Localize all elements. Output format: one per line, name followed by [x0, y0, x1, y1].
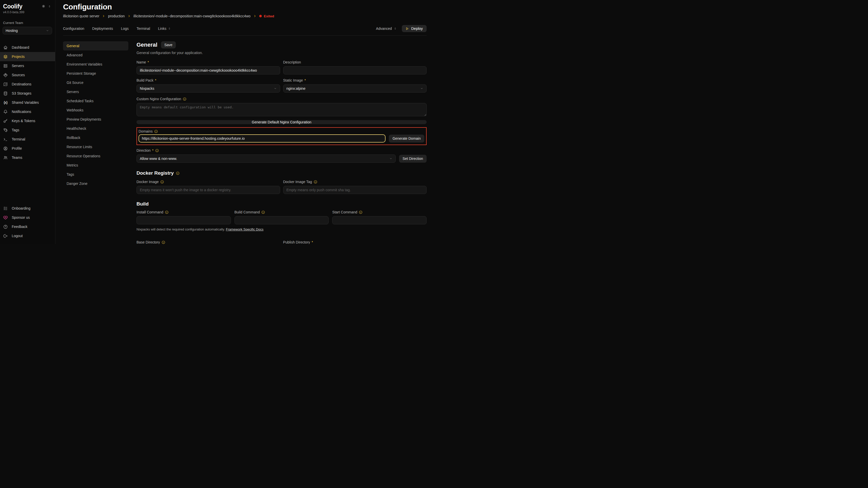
sidebar-item-feedback[interactable]: Feedback: [0, 222, 55, 231]
info-icon[interactable]: [183, 97, 187, 101]
sidebar: Coolify v4.0.0-beta.399 Current Team Hos…: [0, 0, 55, 244]
sidebar-item-terminal[interactable]: Terminal: [0, 135, 55, 144]
subnav-item-rollback[interactable]: Rollback: [63, 133, 128, 142]
status-badge: Exited: [259, 14, 274, 18]
build-pack-label: Build Pack: [136, 78, 153, 83]
direction-label: Direction: [136, 149, 151, 153]
sidebar-item-servers[interactable]: Servers: [0, 61, 55, 70]
build-command-input[interactable]: [235, 216, 329, 224]
nixpacks-note: Nixpacks will detect the required config…: [136, 227, 427, 231]
sidebar-item-tags[interactable]: Tags: [0, 125, 55, 135]
subnav-item-resource-operations[interactable]: Resource Operations: [63, 152, 128, 161]
info-icon[interactable]: [154, 130, 158, 133]
tab-logs[interactable]: Logs: [121, 27, 129, 31]
tab-deployments[interactable]: Deployments: [92, 27, 113, 31]
subnav-item-persistent-storage[interactable]: Persistent Storage: [63, 69, 128, 78]
breadcrumb-project[interactable]: illicitonion quote server: [63, 14, 99, 18]
sidebar-item-projects[interactable]: Projects: [0, 52, 55, 61]
sidebar-collapse-chevrons-icon[interactable]: [48, 5, 51, 8]
subnav-item-danger-zone[interactable]: Danger Zone: [63, 179, 128, 188]
info-icon[interactable]: [155, 149, 159, 153]
docker-image-input[interactable]: [136, 186, 280, 194]
section-subtitle: General configuration for your applicati…: [136, 51, 427, 55]
sidebar-item-logout[interactable]: Logout: [0, 231, 55, 240]
install-command-input[interactable]: [136, 216, 231, 224]
sidebar-item-onboarding[interactable]: Onboarding: [0, 204, 55, 213]
subnav-item-preview-deployments[interactable]: Preview Deployments: [63, 115, 128, 124]
info-icon[interactable]: [161, 240, 165, 244]
tab-links[interactable]: Links: [158, 27, 171, 31]
direction-select[interactable]: Allow www & non-www.: [136, 155, 396, 163]
team-select[interactable]: Hosting: [3, 27, 52, 34]
chevron-right-icon: [102, 14, 105, 18]
terminal-icon: [3, 137, 8, 142]
required-asterisk: *: [148, 60, 149, 64]
sidebar-item-notifications[interactable]: Notifications: [0, 107, 55, 116]
base-directory-field-group: Base Directory: [136, 240, 280, 244]
chevron-down-icon: [420, 87, 423, 90]
tabs-row: Configuration Deployments Logs Terminal …: [63, 25, 427, 36]
subnav-item-environment-variables[interactable]: Environment Variables: [63, 60, 128, 69]
breadcrumb-environment[interactable]: production: [108, 14, 125, 18]
publish-directory-field-group: Publish Directory *: [283, 240, 427, 244]
chevron-down-icon: [274, 87, 277, 90]
docker-image-tag-input[interactable]: [283, 186, 427, 194]
tab-configuration[interactable]: Configuration: [63, 27, 84, 31]
sidebar-item-s3-storages[interactable]: S3 Storages: [0, 89, 55, 98]
subnav-item-scheduled-tasks[interactable]: Scheduled Tasks: [63, 96, 128, 105]
subnav-item-advanced[interactable]: Advanced: [63, 51, 128, 60]
sidebar-item-sponsor-us[interactable]: Sponsor us: [0, 213, 55, 222]
deploy-button[interactable]: Deploy: [402, 25, 427, 32]
info-icon[interactable]: [160, 180, 164, 184]
tab-terminal[interactable]: Terminal: [136, 27, 150, 31]
required-asterisk: *: [155, 78, 156, 83]
main-area: Configuration illicitonion quote server …: [55, 0, 434, 244]
static-image-select[interactable]: nginx:alpine: [283, 85, 427, 93]
logout-icon: [3, 233, 8, 238]
help-circle-icon: [3, 224, 8, 229]
sidebar-item-shared-variables[interactable]: (x) Shared Variables: [0, 98, 55, 107]
info-icon[interactable]: [261, 210, 265, 214]
subnav-item-resource-limits[interactable]: Resource Limits: [63, 142, 128, 152]
play-icon: [405, 27, 409, 31]
sidebar-item-teams[interactable]: Teams: [0, 153, 55, 162]
brand-row: Coolify: [0, 3, 55, 10]
info-icon[interactable]: [314, 180, 317, 184]
name-input[interactable]: [136, 66, 280, 74]
subnav-item-webhooks[interactable]: Webhooks: [63, 105, 128, 115]
info-icon[interactable]: [359, 210, 363, 214]
map-icon: [3, 82, 8, 87]
sidebar-item-sources[interactable]: Sources: [0, 70, 55, 79]
info-icon[interactable]: [165, 210, 169, 214]
sidebar-item-keys-tokens[interactable]: Keys & Tokens: [0, 116, 55, 125]
subnav-item-healthcheck[interactable]: Healthcheck: [63, 124, 128, 133]
subnav-item-metrics[interactable]: Metrics: [63, 161, 128, 170]
subnav-item-tags[interactable]: Tags: [63, 170, 128, 179]
description-field-group: Description: [283, 60, 427, 74]
base-directory-label: Base Directory: [136, 240, 160, 244]
heart-handshake-icon: [3, 215, 8, 220]
sidebar-item-destinations[interactable]: Destinations: [0, 79, 55, 89]
breadcrumb-application[interactable]: illicitestonion/-module--decomposition:m…: [133, 14, 251, 18]
subnav-item-general[interactable]: General: [63, 41, 128, 51]
page-title: Configuration: [63, 3, 427, 11]
sidebar-item-profile[interactable]: Profile: [0, 144, 55, 153]
advanced-dropdown[interactable]: Advanced: [376, 27, 397, 31]
domains-input[interactable]: [138, 134, 385, 142]
start-command-input[interactable]: [332, 216, 427, 224]
info-icon[interactable]: [176, 171, 180, 175]
app-version: v4.0.0-beta.399: [0, 10, 55, 14]
sidebar-item-dashboard[interactable]: Dashboard: [0, 43, 55, 52]
save-button[interactable]: Save: [161, 41, 176, 48]
build-pack-select[interactable]: Nixpacks: [136, 85, 280, 93]
generate-nginx-config-button[interactable]: Generate Default Nginx Configuration: [136, 120, 427, 124]
generate-domain-button[interactable]: Generate Domain: [389, 135, 424, 142]
description-input[interactable]: [283, 66, 427, 74]
subnav-item-servers[interactable]: Servers: [63, 87, 128, 96]
custom-nginx-textarea[interactable]: [136, 103, 427, 116]
required-asterisk: *: [152, 149, 153, 153]
framework-docs-link[interactable]: Framework Specific Docs: [226, 227, 263, 231]
theme-toggle-sun-icon[interactable]: [41, 4, 45, 8]
set-direction-button[interactable]: Set Direction: [399, 155, 427, 163]
subnav-item-git-source[interactable]: Git Source: [63, 78, 128, 87]
